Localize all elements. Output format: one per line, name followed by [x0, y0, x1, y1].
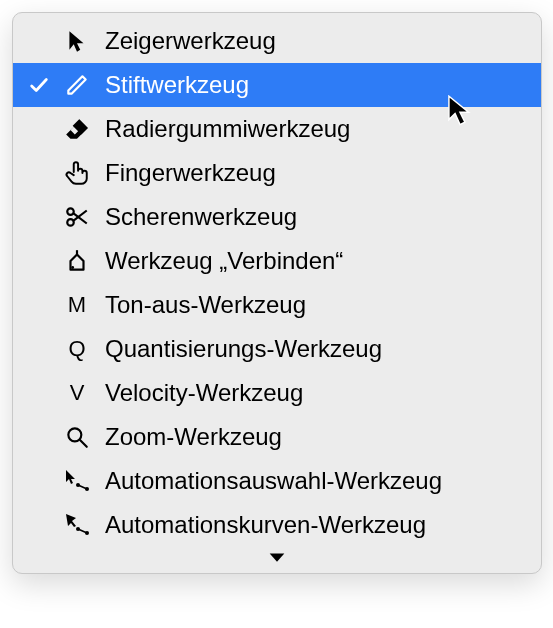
menu-item-label: Automationskurven-Werkzeug: [99, 503, 527, 547]
finger-icon: [55, 160, 99, 186]
svg-point-4: [71, 266, 74, 269]
magnifier-icon: [55, 424, 99, 450]
svg-line-9: [78, 485, 87, 489]
pencil-icon: [55, 72, 99, 98]
menu-item-automation-curve[interactable]: Automationskurven-Werkzeug: [13, 503, 541, 547]
scissors-icon: [55, 204, 99, 230]
menu-item-label: Werkzeug „Verbinden“: [99, 239, 527, 283]
scroll-down-icon[interactable]: [13, 547, 541, 569]
menu-item-zoom[interactable]: Zoom-Werkzeug: [13, 415, 541, 459]
menu-item-label: Stiftwerkzeug: [99, 63, 527, 107]
menu-item-label: Quantisierungs-Werkzeug: [99, 327, 527, 371]
menu-item-label: Zoom-Werkzeug: [99, 415, 527, 459]
menu-item-label: Zeigerwerkzeug: [99, 19, 527, 63]
letter-Q-icon: Q: [55, 327, 99, 371]
svg-point-5: [68, 428, 81, 441]
automation-curve-icon: [55, 512, 99, 538]
menu-item-quantize[interactable]: Q Quantisierungs-Werkzeug: [13, 327, 541, 371]
menu-item-finger[interactable]: Fingerwerkzeug: [13, 151, 541, 195]
menu-item-eraser[interactable]: Radiergummiwerkzeug: [13, 107, 541, 151]
eraser-icon: [55, 116, 99, 142]
letter-M-icon: M: [55, 283, 99, 327]
menu-item-label: Scherenwerkzeug: [99, 195, 527, 239]
checkmark-icon: [23, 74, 55, 96]
menu-item-pencil[interactable]: Stiftwerkzeug: [13, 63, 541, 107]
menu-item-label: Radiergummiwerkzeug: [99, 107, 527, 151]
tool-menu: Zeigerwerkzeug Stiftwerkzeug Radiergummi…: [12, 12, 542, 574]
cursor-icon: [55, 28, 99, 54]
svg-line-6: [80, 440, 87, 447]
glue-icon: [55, 248, 99, 274]
menu-item-label: Velocity-Werkzeug: [99, 371, 527, 415]
menu-item-pointer[interactable]: Zeigerwerkzeug: [13, 19, 541, 63]
menu-item-glue[interactable]: Werkzeug „Verbinden“: [13, 239, 541, 283]
menu-item-velocity[interactable]: V Velocity-Werkzeug: [13, 371, 541, 415]
menu-item-scissors[interactable]: Scherenwerkzeug: [13, 195, 541, 239]
menu-item-label: Fingerwerkzeug: [99, 151, 527, 195]
svg-line-12: [78, 529, 87, 533]
letter-V-icon: V: [55, 371, 99, 415]
automation-select-icon: [55, 468, 99, 494]
menu-item-label: Ton-aus-Werkzeug: [99, 283, 527, 327]
menu-item-automation-select[interactable]: Automationsauswahl-Werkzeug: [13, 459, 541, 503]
menu-item-mute[interactable]: M Ton-aus-Werkzeug: [13, 283, 541, 327]
menu-item-label: Automationsauswahl-Werkzeug: [99, 459, 527, 503]
